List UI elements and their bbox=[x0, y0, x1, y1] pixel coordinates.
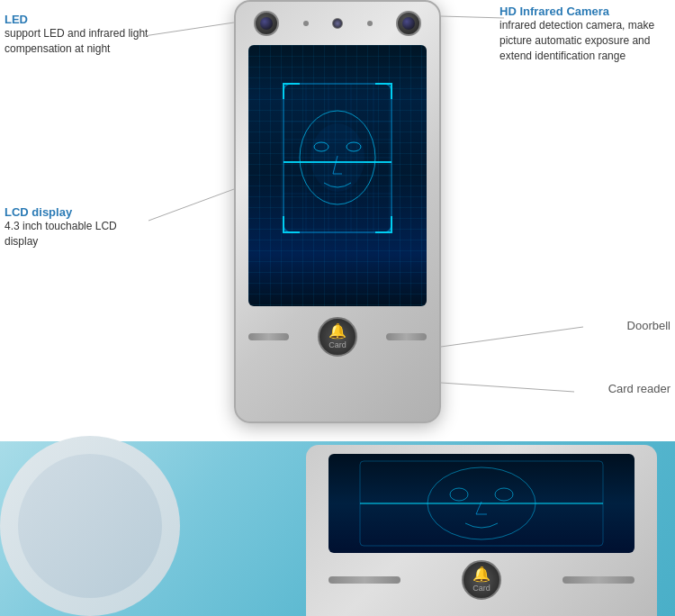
bottom-device-buttons: 🔔 Card bbox=[328, 560, 634, 600]
bell-icon: 🔔 bbox=[328, 324, 346, 339]
bottom-bell-icon: 🔔 bbox=[472, 567, 490, 582]
lcd-annotation: LCD display 4.3 inch touchable LCD displ… bbox=[4, 205, 148, 249]
svg-line-15 bbox=[144, 23, 234, 36]
face-wireframe-svg bbox=[274, 77, 400, 275]
hd-camera-title: HD Infrared Camera bbox=[500, 5, 670, 18]
bottom-right-bar bbox=[562, 576, 634, 584]
right-camera-icon bbox=[396, 11, 421, 36]
bottom-buttons-row: 🔔 Card bbox=[248, 317, 427, 357]
hd-camera-annotation: HD Infrared Camera infrared detection ca… bbox=[500, 5, 670, 63]
bottom-doorbell-button[interactable]: 🔔 Card bbox=[462, 560, 501, 600]
doorbell-button[interactable]: 🔔 Card bbox=[318, 317, 357, 357]
right-side-bar bbox=[386, 333, 427, 340]
device-container: 🔔 Card bbox=[234, 0, 441, 432]
bottom-card-label: Card bbox=[472, 584, 490, 593]
led-title: LED bbox=[4, 13, 148, 26]
svg-line-17 bbox=[441, 16, 504, 18]
center-sensor-icon bbox=[332, 18, 343, 29]
svg-point-22 bbox=[450, 488, 468, 501]
main-container: 🔔 Card LED support LED and infrared ligh… bbox=[0, 0, 675, 616]
camera-row bbox=[236, 2, 439, 41]
svg-point-23 bbox=[495, 488, 513, 501]
lcd-title: LCD display bbox=[4, 205, 148, 219]
doorbell-annotation: Doorbell bbox=[627, 317, 670, 333]
bottom-right-device: 🔔 Card bbox=[306, 445, 657, 616]
led-annotation: LED support LED and infrared light compe… bbox=[4, 13, 148, 57]
svg-line-16 bbox=[148, 189, 234, 221]
bottom-face-svg bbox=[356, 458, 608, 548]
device-bottom-controls: 🔔 Card bbox=[236, 310, 439, 364]
hd-camera-text: infrared detection camera, make picture … bbox=[500, 18, 670, 63]
led-text: support LED and infrared light compensat… bbox=[4, 26, 148, 57]
top-indicator bbox=[303, 21, 309, 26]
left-side-bar bbox=[248, 333, 289, 340]
lcd-text: 4.3 inch touchable LCD display bbox=[4, 219, 148, 249]
svg-point-14 bbox=[310, 123, 364, 192]
top-indicator2 bbox=[367, 21, 373, 26]
svg-line-19 bbox=[441, 383, 574, 392]
doorbell-label: Doorbell bbox=[627, 319, 670, 332]
device-body: 🔔 Card bbox=[234, 0, 441, 423]
card-label: Card bbox=[328, 340, 346, 349]
left-camera-icon bbox=[254, 11, 279, 36]
cardreader-annotation: Card reader bbox=[608, 380, 670, 396]
bottom-section: Attendance reportdownload byUSB flash dr… bbox=[0, 441, 675, 616]
svg-line-18 bbox=[441, 327, 583, 347]
bottom-device-screen bbox=[328, 454, 634, 553]
bottom-left-circle bbox=[0, 436, 180, 616]
cardreader-label: Card reader bbox=[608, 382, 670, 395]
top-section: 🔔 Card LED support LED and infrared ligh… bbox=[0, 0, 675, 441]
bottom-left-bar bbox=[328, 576, 400, 584]
face-hologram bbox=[274, 77, 400, 275]
device-screen bbox=[248, 45, 427, 306]
circle-inner bbox=[18, 454, 162, 598]
